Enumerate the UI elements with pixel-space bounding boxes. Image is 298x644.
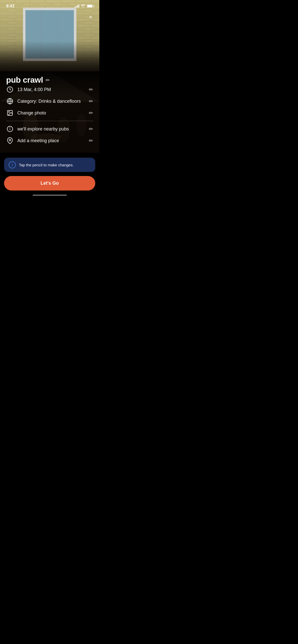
svg-point-19 (9, 112, 9, 112)
edit-title-button[interactable]: ✏ (46, 77, 50, 83)
cta-label: Let's Go (40, 181, 59, 186)
event-category: Category: Drinks & dancefloors (17, 99, 85, 104)
close-button[interactable]: × (86, 13, 95, 22)
edit-description-button[interactable]: ✏ (89, 126, 93, 132)
edit-date-button[interactable]: ✏ (89, 86, 93, 93)
lets-go-button[interactable]: Let's Go (4, 176, 95, 191)
section-divider (6, 121, 93, 121)
notification-bar: i Tap the pencil to make changes. (4, 158, 95, 172)
location-icon (6, 137, 14, 144)
signal-icon (75, 5, 79, 8)
edit-meeting-button[interactable]: ✏ (89, 138, 93, 144)
description-row: we'll explore nearby pubs ✏ (0, 125, 99, 133)
wifi-icon (81, 4, 85, 8)
info-icon (6, 125, 14, 133)
edit-category-button[interactable]: ✏ (89, 98, 93, 104)
svg-point-23 (9, 139, 11, 141)
pub-scene-photo: pub crawl ✏ 13 Mar, 4:00 PM ✏ (0, 71, 99, 153)
event-title-row: pub crawl ✏ (0, 71, 99, 86)
category-icon (6, 97, 14, 105)
event-description: we'll explore nearby pubs (17, 126, 85, 132)
change-photo-label: Change photo (17, 110, 85, 116)
date-row: 13 Mar, 4:00 PM ✏ (0, 86, 99, 93)
battery-icon (87, 5, 93, 8)
status-bar: 9:41 (0, 0, 99, 11)
event-title: pub crawl (6, 75, 43, 85)
photo-icon (6, 109, 14, 117)
meeting-place-label: Add a meeting place (17, 138, 85, 143)
info-circle-icon: i (9, 161, 16, 168)
category-row: Category: Drinks & dancefloors ✏ (0, 97, 99, 105)
bottom-controls: i Tap the pencil to make changes. Let's … (0, 153, 99, 197)
home-indicator (0, 193, 99, 197)
hero-photo: × (0, 0, 99, 71)
event-date: 13 Mar, 4:00 PM (17, 87, 85, 92)
clock-icon (6, 86, 14, 93)
edit-photo-button[interactable]: ✏ (89, 110, 93, 116)
status-time: 9:41 (6, 4, 15, 9)
notification-text: Tap the pencil to make changes. (19, 163, 91, 167)
meeting-place-row[interactable]: Add a meeting place ✏ (0, 137, 99, 144)
status-icons (75, 4, 93, 8)
change-photo-row[interactable]: Change photo ✏ (0, 109, 99, 117)
full-page: 9:41 (0, 0, 99, 197)
